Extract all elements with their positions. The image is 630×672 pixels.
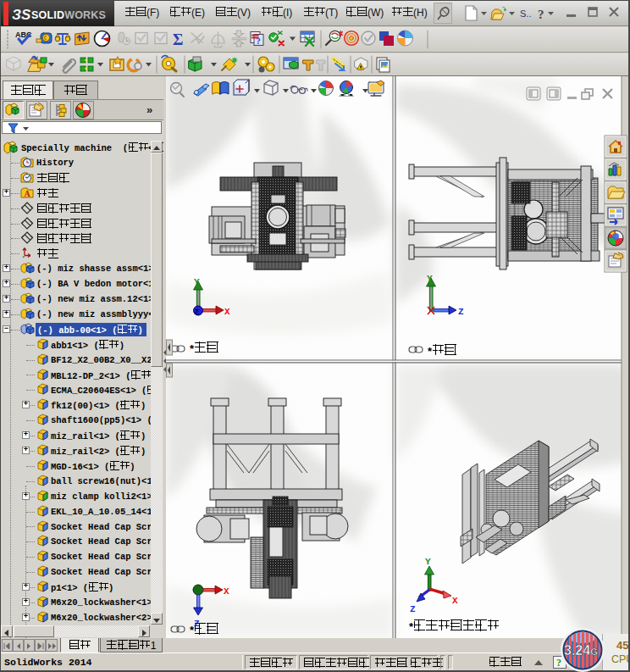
svg-text:Z: Z (410, 604, 416, 614)
svg-text:X: X (452, 596, 458, 606)
svg-text:Σ: Σ (173, 31, 183, 48)
svg-text:Z: Z (458, 307, 464, 317)
svg-text:?: ? (538, 8, 544, 21)
svg-text:Y: Y (427, 274, 433, 284)
svg-text:S..: S.. (520, 8, 531, 19)
svg-text:Z: Z (195, 308, 199, 317)
svg-text:Y: Y (425, 557, 431, 567)
svg-text:SOLIDWORKS: SOLIDWORKS (31, 9, 106, 21)
svg-text:X: X (224, 307, 230, 317)
svg-text:ЗS: ЗS (12, 7, 31, 23)
svg-text:?: ? (257, 36, 261, 46)
svg-text:A: A (25, 189, 31, 198)
svg-text:Y: Y (194, 277, 200, 287)
svg-text:X: X (224, 586, 229, 597)
